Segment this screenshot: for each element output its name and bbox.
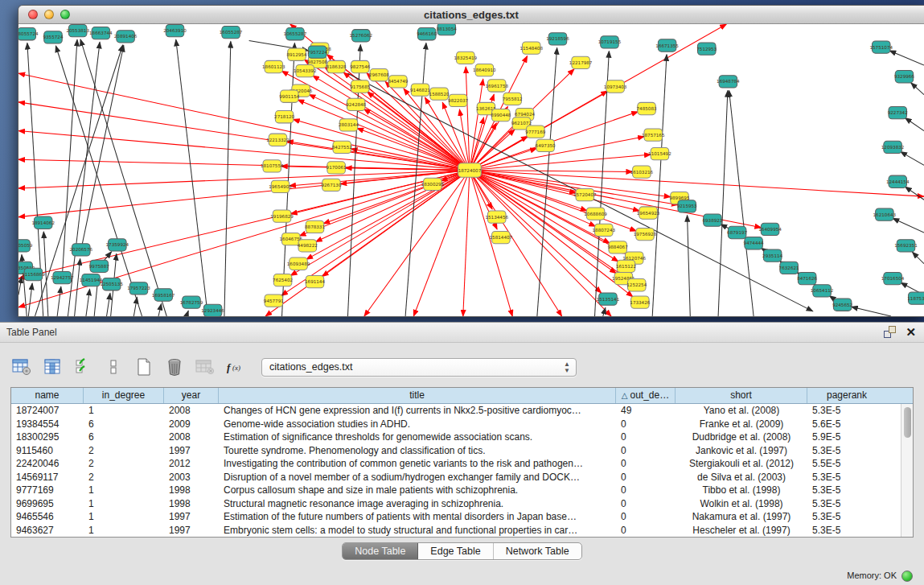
graph-node[interactable]: 1615122 [616,260,636,272]
graph-hub-node[interactable]: 18724007 [458,163,482,177]
graph-node[interactable]: 20463910 [163,25,187,37]
graph-node[interactable]: 1733426 [630,296,650,308]
citation-edge-red[interactable] [466,67,470,170]
table-cell[interactable]: 18724007 [11,404,84,418]
citation-edge-black[interactable] [901,152,924,166]
citation-edge-black[interactable] [912,252,924,264]
graph-node[interactable]: 9457791 [264,295,284,307]
table-cell[interactable]: 6 [84,418,164,431]
table-cell[interactable]: Stergiakouli et al. (2012) [676,457,807,471]
graph-node[interactable]: 9215953 [677,200,697,212]
network-window-titlebar[interactable]: citations_edges.txt [18,6,924,24]
table-cell[interactable]: 9465546 [11,510,84,524]
graph-node[interactable]: 19654923 [637,207,660,219]
citation-edge-black[interactable] [57,286,61,316]
citation-edge-black[interactable] [889,51,924,65]
table-row[interactable]: 1938455462009Genome-wide association stu… [11,418,913,431]
table-cell[interactable]: 1997 [164,444,219,458]
citation-edge-black[interactable] [906,117,924,130]
create-table-icon[interactable] [133,356,155,378]
graph-node[interactable]: 18914062 [31,216,55,229]
table-cell[interactable]: 0 [616,510,676,524]
table-cell[interactable]: 1997 [164,510,219,524]
graph-node[interactable]: 8813054 [437,24,457,35]
table-cell[interactable]: 1998 [164,484,219,497]
table-row[interactable]: 946362711997Embryonic stem cells: a mode… [11,524,913,538]
table-row[interactable]: 969969511998Structural magnetic resonanc… [11,497,913,511]
citation-edge-red[interactable] [18,171,470,188]
graph-node[interactable]: 7512953 [696,43,717,55]
table-mode-icon[interactable] [10,356,33,378]
table-cell[interactable]: Jankovic et al. (1997) [676,444,807,458]
citation-edge-black[interactable] [107,293,110,316]
table-cell[interactable]: 2 [84,444,164,458]
table-cell[interactable]: Franke et al. (2009) [676,418,807,431]
graph-node[interactable]: 10655287 [284,28,307,40]
float-panel-icon[interactable] [884,326,896,338]
graph-node[interactable]: 16409954 [758,223,782,235]
table-cell[interactable]: 9699695 [11,497,84,511]
graph-node[interactable]: 16093489 [287,257,310,270]
graph-node[interactable]: 7957224 [307,46,327,58]
graph-node[interactable]: 8454749 [388,76,408,88]
table-cell[interactable]: Tourette syndrome. Phenomenology and cla… [219,444,616,458]
graph-node[interactable]: 9884067 [608,241,628,253]
graph-node[interactable]: 16958167 [152,289,175,301]
graph-node[interactable]: 15134456 [485,211,508,223]
citation-edge-red[interactable] [470,171,639,211]
graph-node[interactable]: 9329966 [894,71,914,83]
row-height-icon[interactable] [102,356,125,378]
graph-node[interactable]: 6879197 [727,226,747,238]
citation-edge-black[interactable] [729,91,754,316]
graph-node[interactable]: 12213322 [266,134,290,146]
graph-node[interactable]: 9901154 [279,90,299,102]
graph-node[interactable]: 18325419 [454,51,478,64]
table-cell[interactable]: 2008 [164,431,219,444]
table-cell[interactable]: 0 [616,471,676,484]
graph-node[interactable]: 9267130 [321,179,341,191]
graph-node[interactable]: 11156869 [22,268,45,280]
table-cell[interactable]: 2 [84,471,164,484]
table-cell[interactable]: 1 [84,524,164,538]
citation-edge-black[interactable] [224,41,231,316]
citation-edge-red[interactable] [463,171,470,317]
graph-node[interactable]: 12942757 [51,271,74,283]
table-cell[interactable]: 0 [616,497,676,511]
citation-edge-black[interactable] [62,39,77,278]
table-cell[interactable]: 1998 [164,497,219,511]
graph-node[interactable]: 2967608 [369,69,389,81]
graph-node[interactable]: 17957223 [127,282,150,295]
table-cell[interactable]: Investigating the contribution of common… [219,457,616,471]
delete-table-icon[interactable] [163,356,186,378]
graph-node[interactable]: 9975887 [89,260,109,272]
table-cell[interactable]: 5.5E-5 [807,457,886,471]
table-cell[interactable]: 5.3E-5 [807,484,886,497]
table-cell[interactable]: 0 [616,484,676,497]
table-row[interactable]: 946554611997Estimation of the future num… [11,510,913,524]
column-header-title[interactable]: title [219,388,616,403]
table-cell[interactable]: Yano et al. (2008) [676,404,807,418]
graph-node[interactable]: 1588520 [429,88,450,100]
graph-node[interactable]: 12093832 [881,141,905,153]
citation-edge-black[interactable] [133,297,137,316]
table-cell[interactable]: Estimation of significance thresholds fo… [219,431,616,444]
graph-node[interactable]: 9175685 [350,80,370,93]
table-cell[interactable]: 2008 [164,404,219,418]
graph-node[interactable]: 17359924 [106,239,129,251]
graph-node[interactable]: 9242848 [346,98,366,110]
graph-node[interactable]: 8427552 [332,141,352,153]
table-cell[interactable]: 0 [616,418,676,431]
table-cell[interactable]: 5.9E-5 [807,431,886,444]
citation-edge-black[interactable] [652,55,667,316]
citation-edge-black[interactable] [718,91,728,316]
table-cell[interactable]: 5.3E-5 [807,510,886,524]
graph-node[interactable]: 10543392 [294,64,317,76]
graph-node[interactable]: 7625402 [273,274,293,286]
table-cell[interactable]: 1 [84,510,164,524]
graph-node[interactable]: 2803144 [339,119,359,131]
table-cell[interactable]: 5.3E-5 [807,444,886,458]
graph-node[interactable]: 20553813 [66,25,89,37]
column-header-out_de[interactable]: △out_de… [616,388,676,403]
graph-node[interactable]: 10688609 [584,208,607,220]
graph-node[interactable]: 21205059 [18,240,33,252]
